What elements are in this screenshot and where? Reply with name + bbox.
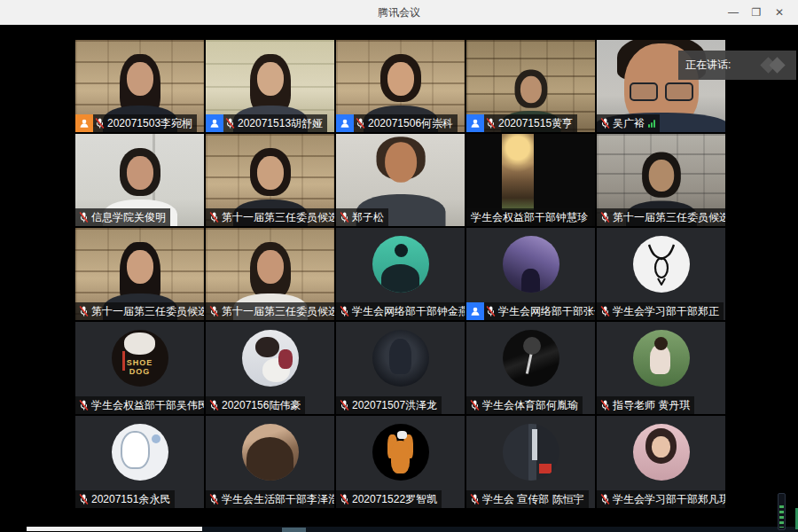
participant-label: 郑子松 — [336, 208, 388, 226]
participant-name: 学生会网络部干部钟金燕 — [349, 302, 465, 320]
participant-avatar — [633, 330, 690, 387]
video-tile[interactable]: 第十一届第三任委员候选... — [206, 228, 334, 320]
mic-muted-icon — [470, 493, 480, 505]
video-tile[interactable]: 郑子松 — [336, 134, 465, 226]
video-tile[interactable]: 学生会网络部干部钟金燕 — [336, 228, 465, 320]
window-controls: — ❐ ✕ — [722, 0, 791, 25]
mic-muted-icon — [600, 493, 610, 505]
mic-muted-icon — [209, 305, 219, 317]
video-tile[interactable]: 学生会学习部干部郑凡琪 — [597, 416, 725, 508]
member-badge-icon — [466, 302, 484, 320]
participant-name: 202071515黄亨 — [496, 114, 573, 132]
mic-muted-icon — [79, 305, 89, 317]
participant-name: 202071507洪泽龙 — [349, 396, 437, 414]
close-button[interactable]: ✕ — [768, 0, 791, 25]
participant-label: 20207156陆伟豪 — [206, 396, 305, 414]
participant-avatar — [633, 424, 690, 481]
mic-muted-icon — [209, 493, 219, 505]
mic-muted-icon — [600, 399, 610, 411]
participant-name: 第十一届第三任委员候选... — [610, 208, 725, 226]
participant-label: 学生会学习部干部郑凡琪 — [597, 490, 725, 508]
video-tile[interactable]: 第十一届第三任委员候选... — [206, 134, 334, 226]
speaking-indicator: 正在讲话: — [678, 51, 796, 80]
video-tile[interactable]: 信息学院关俊明 — [75, 134, 204, 226]
video-grid: 202071503李宛桐202071513胡舒娅202071506何崇科2020… — [75, 40, 725, 508]
mic-muted-icon — [209, 399, 219, 411]
participant-name: 第十一届第三任委员候选... — [219, 302, 334, 320]
scrollbar[interactable] — [778, 493, 786, 530]
mic-muted-icon — [470, 399, 480, 411]
video-tile[interactable]: 20207156陆伟豪 — [206, 322, 334, 414]
participant-label: 第十一届第三任委员候选... — [206, 208, 334, 226]
mic-muted-icon — [225, 117, 235, 129]
participant-avatar — [503, 236, 559, 293]
mic-muted-icon — [340, 305, 349, 317]
speaking-indicator-label: 正在讲话: — [685, 58, 731, 73]
participant-name: 202071506何崇科 — [365, 114, 453, 132]
title-bar: 腾讯会议 — ❐ ✕ — [0, 0, 798, 25]
video-tile[interactable]: 202071507洪泽龙 — [336, 322, 465, 414]
video-tile[interactable]: 学生会权益部干部钟慧珍 — [466, 134, 595, 226]
participant-name: 信息学院关俊明 — [89, 208, 166, 226]
audio-level-icon — [648, 120, 655, 128]
participant-name: 第十一届第三任委员候选... — [89, 302, 204, 320]
mic-muted-icon — [356, 117, 365, 129]
background-window-edge-light — [27, 527, 202, 531]
participant-avatar — [503, 424, 559, 481]
participant-label: 吴广裕 — [597, 114, 660, 132]
window-title: 腾讯会议 — [378, 5, 420, 20]
participant-label: 信息学院关俊明 — [75, 208, 170, 226]
video-tile[interactable]: SHOE DOG学生会权益部干部吴伟民 — [75, 322, 204, 414]
video-tile[interactable]: 学生会学习部干部郑正 — [597, 228, 725, 320]
participant-name: 学生会体育部何胤瑜 — [480, 396, 578, 414]
participant-label: 学生会 宣传部 陈恒宇 — [466, 490, 589, 508]
participant-name: 20207156陆伟豪 — [219, 396, 301, 414]
mic-muted-icon — [600, 117, 610, 129]
participant-label: 学生会网络部干部钟金燕 — [336, 302, 465, 320]
member-badge-icon — [466, 114, 484, 132]
participant-name: 指导老师 黄丹琪 — [610, 396, 690, 414]
participant-name: 第十一届第三任委员候选... — [219, 208, 334, 226]
video-tile[interactable]: 20207151余永民 — [75, 416, 204, 508]
participant-label: 学生会权益部干部吴伟民 — [75, 396, 204, 414]
minimize-button[interactable]: — — [722, 0, 745, 25]
tencent-meeting-logo-icon — [759, 58, 789, 74]
participant-label: 第十一届第三任委员候选... — [597, 208, 725, 226]
participant-label: 202071522罗智凯 — [336, 490, 442, 508]
video-tile[interactable]: 学生会生活部干部李泽浩 — [206, 416, 334, 508]
participant-name: 学生会网络部干部张仲颖 — [496, 302, 595, 320]
video-tile[interactable]: 202071513胡舒娅 — [206, 40, 334, 132]
participant-label: 202071506何崇科 — [336, 114, 458, 132]
participant-label: 202071515黄亨 — [466, 114, 577, 132]
participant-label: 指导老师 黄丹琪 — [597, 396, 694, 414]
video-tile[interactable]: 学生会 宣传部 陈恒宇 — [466, 416, 595, 508]
maximize-button[interactable]: ❐ — [745, 0, 768, 25]
video-tile[interactable]: 指导老师 黄丹琪 — [597, 322, 725, 414]
participant-label: 学生会体育部何胤瑜 — [466, 396, 583, 414]
video-tile[interactable]: 202071522罗智凯 — [336, 416, 465, 508]
video-tile[interactable]: 学生会体育部何胤瑜 — [466, 322, 595, 414]
video-tile[interactable]: 202071515黄亨 — [466, 40, 595, 132]
video-tile[interactable]: 第十一届第三任委员候选... — [75, 228, 204, 320]
avatar-text: SHOE DOG — [125, 358, 155, 377]
participant-avatar — [372, 236, 429, 293]
video-tile[interactable]: 第十一届第三任委员候选... — [597, 134, 725, 226]
video-tile[interactable]: 学生会网络部干部张仲颖 — [466, 228, 595, 320]
participant-avatar — [242, 424, 299, 481]
video-tile[interactable]: 202071503李宛桐 — [75, 40, 204, 132]
mic-muted-icon — [209, 211, 219, 223]
participant-label: 202071507洪泽龙 — [336, 396, 442, 414]
mic-muted-icon — [79, 399, 89, 411]
participant-name: 吴广裕 — [610, 114, 645, 132]
meeting-stage: 202071503李宛桐202071513胡舒娅202071506何崇科2020… — [0, 25, 798, 532]
participant-label: 学生会权益部干部钟慧珍 — [466, 208, 592, 226]
member-badge-icon — [206, 114, 223, 132]
video-tile[interactable]: 202071506何崇科 — [336, 40, 465, 132]
participant-name: 学生会学习部干部郑正 — [610, 302, 719, 320]
participant-name: 学生会 宣传部 陈恒宇 — [480, 490, 584, 508]
participant-name: 20207151余永民 — [89, 490, 170, 508]
participant-name: 学生会权益部干部钟慧珍 — [466, 208, 588, 226]
participant-name: 学生会生活部干部李泽浩 — [219, 490, 334, 508]
participant-name: 202071503李宛桐 — [105, 114, 192, 132]
mic-muted-icon — [340, 211, 349, 223]
